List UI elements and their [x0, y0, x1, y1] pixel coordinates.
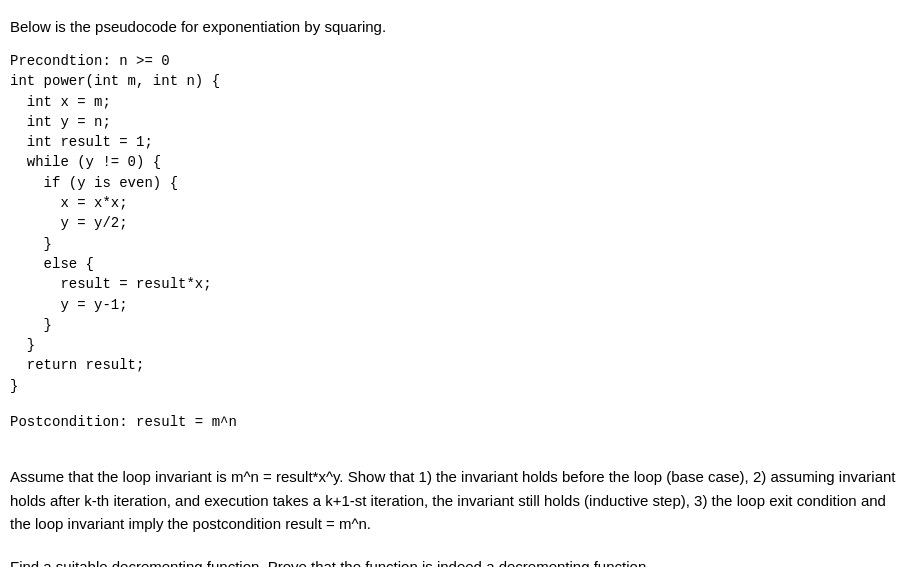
- find-paragraph: Find a suitable decrementing function. P…: [10, 555, 897, 567]
- postcondition-text: Postcondition: result = m^n: [10, 412, 897, 432]
- code-block: Precondtion: n >= 0 int power(int m, int…: [10, 51, 897, 396]
- description-paragraph: Assume that the loop invariant is m^n = …: [10, 465, 897, 535]
- intro-paragraph: Below is the pseudocode for exponentiati…: [10, 18, 897, 35]
